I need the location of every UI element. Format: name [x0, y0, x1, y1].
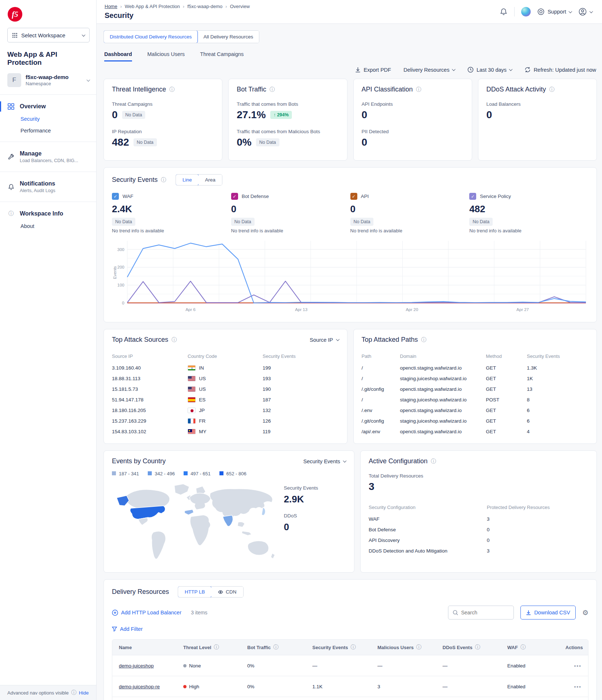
- table-row[interactable]: / staging.juiceshop.wafwizard.io GET 1K: [362, 373, 589, 384]
- table-row[interactable]: 3.109.160.40 IN 199: [112, 363, 339, 373]
- f5-logo[interactable]: f5: [7, 7, 90, 22]
- events-metric-dropdown[interactable]: Security Events: [303, 458, 346, 464]
- ai-assistant-orb-icon[interactable]: [521, 7, 531, 16]
- metric-value: 0: [486, 109, 492, 121]
- info-icon[interactable]: ⓘ: [475, 644, 480, 651]
- source-ip-dropdown[interactable]: Source IP: [310, 337, 339, 343]
- table-row[interactable]: 18.88.31.113 US 193: [112, 373, 339, 384]
- download-icon: [526, 610, 531, 615]
- metric-value: 3: [369, 481, 375, 493]
- world-map[interactable]: [112, 479, 284, 566]
- mode-line-button[interactable]: Line: [176, 174, 199, 186]
- series-checkbox[interactable]: ✓: [350, 193, 357, 200]
- chevron-down-icon: [82, 33, 86, 37]
- bot-traffic-card: Bot Trafficⓘ Traffic that comes from Bot…: [228, 79, 347, 161]
- table-row[interactable]: 51.94.147.178 ES 187: [112, 394, 339, 405]
- info-icon[interactable]: ⓘ: [520, 644, 526, 651]
- mode-area-button[interactable]: Area: [199, 175, 222, 185]
- time-range-dropdown[interactable]: Last 30 days: [467, 67, 512, 73]
- notifications-bell-icon[interactable]: [500, 8, 508, 16]
- workspace-selector[interactable]: Select Workspace: [7, 28, 90, 42]
- info-icon[interactable]: ⓘ: [416, 86, 421, 93]
- events-by-country-panel: Events by Country Security Events 187 - …: [104, 450, 354, 573]
- header-divider: [514, 7, 515, 16]
- row-actions-menu[interactable]: •••: [562, 684, 585, 689]
- tab-threat-campaigns[interactable]: Threat Campaigns: [200, 51, 244, 61]
- security-events-line-chart[interactable]: 0100200300Apr 6Apr 13Apr 20Apr 27Events: [112, 239, 590, 315]
- gear-icon[interactable]: ⚙: [582, 609, 588, 617]
- security-events-count: 190: [263, 386, 339, 392]
- hide-link[interactable]: Hide: [79, 690, 89, 696]
- advanced-nav-text: Advanced nav options visible: [7, 690, 69, 696]
- metric-label: Traffic that comes from Bots: [237, 101, 339, 107]
- delivery-resources-dropdown[interactable]: Delivery Resources: [403, 67, 455, 73]
- info-icon[interactable]: ⓘ: [169, 86, 174, 93]
- series-checkbox[interactable]: ✓: [231, 193, 238, 200]
- search-box[interactable]: [448, 606, 514, 619]
- chevron-down-icon: [590, 10, 593, 13]
- toggle-all-delivery[interactable]: All Delivery Resources: [197, 31, 259, 43]
- row-actions-menu[interactable]: •••: [562, 663, 585, 669]
- series-checkbox[interactable]: ✓: [112, 193, 119, 200]
- http-lb-button[interactable]: HTTP LB: [178, 586, 212, 598]
- table-row[interactable]: /.git/config staging.juiceshop.wafwizard…: [362, 416, 589, 426]
- protected-count: 0: [487, 538, 588, 543]
- tab-malicious-users[interactable]: Malicious Users: [147, 51, 185, 61]
- active-configuration-table: Security ConfigurationProtected Delivery…: [369, 502, 588, 556]
- info-icon[interactable]: ⓘ: [431, 458, 436, 465]
- sidebar-item-about[interactable]: About: [0, 220, 96, 232]
- info-icon[interactable]: ⓘ: [161, 177, 166, 183]
- info-icon[interactable]: ⓘ: [549, 86, 554, 93]
- table-row[interactable]: 15.237.163.229 FR 126: [112, 416, 339, 426]
- table-row[interactable]: /.git/config opencti.staging.wafwizard.i…: [362, 384, 589, 394]
- sidebar-item-security[interactable]: Security: [0, 113, 96, 125]
- breadcrumb-item[interactable]: Web App & API Protection: [125, 4, 180, 9]
- no-data-badge: No Data: [231, 218, 255, 226]
- sidebar-item-overview[interactable]: Overview: [0, 100, 96, 113]
- map-legend: 187 - 341342 - 496497 - 651652 - 806: [112, 471, 346, 476]
- info-icon[interactable]: ⓘ: [351, 644, 356, 651]
- add-http-lb-button[interactable]: Add HTTP Load Balancer: [112, 610, 181, 616]
- info-icon[interactable]: ⓘ: [172, 337, 177, 343]
- tab-dashboard[interactable]: Dashboard: [104, 51, 132, 61]
- table-row[interactable]: 15.181.5.73 US 190: [112, 384, 339, 394]
- table-row[interactable]: 18.180.116.205 JP 132: [112, 405, 339, 416]
- table-row[interactable]: / opencti.staging.wafwizard.io GET 1.3K: [362, 363, 589, 373]
- breadcrumb-home[interactable]: Home: [105, 4, 117, 9]
- cdn-button[interactable]: CDN: [211, 587, 243, 597]
- country-flag-JP: [188, 408, 196, 413]
- table-row[interactable]: / staging.juiceshop.wafwizard.io POST 8: [362, 394, 589, 405]
- resource-name-link[interactable]: demo-juiceshop: [119, 663, 154, 669]
- table-row[interactable]: 154.83.103.102 MY 119: [112, 426, 339, 437]
- sidebar-item-notifications[interactable]: Notifications Alerts, Audit Logs: [0, 177, 96, 196]
- security-events-count: 119: [263, 429, 339, 434]
- toggle-distributed-cloud[interactable]: Distributed Cloud Delivery Resources: [104, 30, 198, 43]
- download-csv-button[interactable]: Download CSV: [520, 606, 576, 619]
- legend-range: 652 - 806: [219, 471, 247, 476]
- metric-value: 0%: [237, 136, 251, 148]
- export-pdf-button[interactable]: Export PDF: [355, 67, 391, 73]
- security-events-count: 6: [527, 408, 589, 413]
- series-label: WAF: [123, 194, 133, 199]
- info-icon[interactable]: ⓘ: [273, 644, 278, 651]
- resource-name-link[interactable]: demo-juiceshop-re: [119, 684, 160, 689]
- refresh-button[interactable]: Refresh: Updated just now: [524, 67, 596, 73]
- info-icon[interactable]: ⓘ: [416, 644, 421, 651]
- support-menu[interactable]: Support: [537, 8, 572, 15]
- info-icon[interactable]: ⓘ: [421, 337, 426, 343]
- table-row[interactable]: /.env opencti.staging.wafwizard.io GET 6: [362, 405, 589, 416]
- breadcrumb-item[interactable]: f5xc-waap-demo: [187, 4, 222, 9]
- account-menu[interactable]: [578, 7, 592, 16]
- add-filter-button[interactable]: Add Filter: [112, 626, 588, 632]
- sidebar-item-performance[interactable]: Performance: [0, 125, 96, 136]
- sidebar-item-workspace-info[interactable]: ⓘ Workspace Info: [0, 207, 96, 220]
- search-input[interactable]: [461, 610, 505, 615]
- sidebar-item-manage[interactable]: Manage Load Balancers, CDN, BIG...: [0, 147, 96, 166]
- info-icon[interactable]: ⓘ: [214, 644, 219, 651]
- series-checkbox[interactable]: ✓: [469, 193, 476, 200]
- filter-funnel-icon: [112, 626, 117, 632]
- method: GET: [486, 429, 527, 434]
- info-icon[interactable]: ⓘ: [270, 86, 275, 93]
- namespace-selector[interactable]: F f5xc-waap-demo Namespace: [7, 73, 90, 94]
- table-row[interactable]: /api/.env opencti.staging.wafwizard.io G…: [362, 426, 589, 437]
